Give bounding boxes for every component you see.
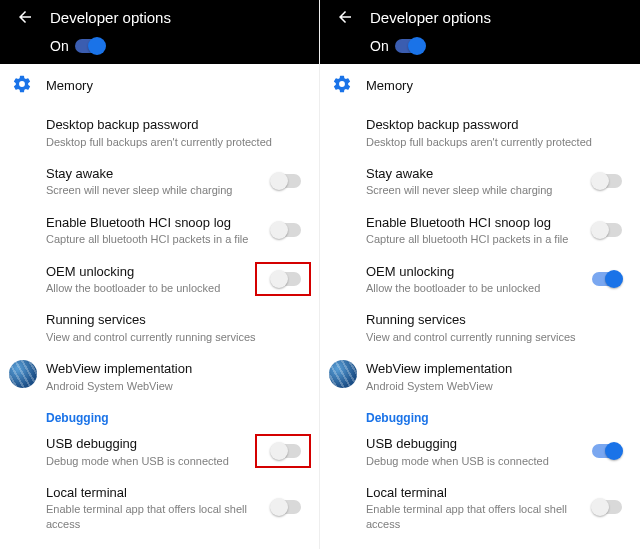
stay-awake-toggle[interactable] — [592, 174, 622, 188]
master-switch-toggle[interactable] — [395, 39, 425, 53]
bt-hci-snoop-row[interactable]: Enable Bluetooth HCI snoop logCapture al… — [320, 206, 640, 255]
running-services-row[interactable]: Running servicesView and control current… — [0, 303, 319, 352]
stay-awake-toggle[interactable] — [271, 174, 301, 188]
oem-unlocking-toggle[interactable] — [592, 272, 622, 286]
item-title: Running services — [366, 311, 626, 329]
item-title: Running services — [46, 311, 305, 329]
running-services-row[interactable]: Running servicesView and control current… — [320, 303, 640, 352]
debugging-section: Debugging — [0, 401, 319, 427]
item-title: Stay awake — [46, 165, 261, 183]
gear-icon — [10, 72, 34, 96]
back-button[interactable] — [12, 8, 38, 26]
item-title: OEM unlocking — [46, 263, 261, 281]
item-title: WebView implementation — [366, 360, 626, 378]
screenshot-after: Developer optionsOnMemoryDesktop backup … — [320, 0, 640, 549]
settings-list[interactable]: MemoryDesktop backup passwordDesktop ful… — [0, 64, 319, 549]
webview-impl-row[interactable]: WebView implementationAndroid System Web… — [320, 352, 640, 401]
local-terminal-toggle[interactable] — [271, 500, 301, 514]
local-terminal-toggle[interactable] — [592, 500, 622, 514]
desktop-backup-password-row[interactable]: Desktop backup passwordDesktop full back… — [320, 108, 640, 157]
app-header: Developer optionsOn — [0, 0, 319, 64]
master-switch-label: On — [50, 38, 69, 54]
item-subtitle: Debug mode when USB is connected — [366, 454, 582, 468]
local-terminal-row[interactable]: Local terminalEnable terminal app that o… — [320, 476, 640, 539]
item-title: WebView implementation — [46, 360, 305, 378]
usb-debugging-toggle[interactable] — [592, 444, 622, 458]
local-terminal-row[interactable]: Local terminalEnable terminal app that o… — [0, 476, 319, 539]
stay-awake-row[interactable]: Stay awakeScreen will never sleep while … — [320, 157, 640, 206]
oem-unlocking-toggle[interactable] — [271, 272, 301, 286]
item-subtitle: Desktop full backups aren't currently pr… — [46, 135, 305, 149]
oem-unlocking-row[interactable]: OEM unlockingAllow the bootloader to be … — [0, 255, 319, 304]
usb-debugging-row[interactable]: USB debuggingDebug mode when USB is conn… — [0, 427, 319, 476]
section-label: Debugging — [366, 411, 626, 425]
item-title: OEM unlocking — [366, 263, 582, 281]
item-subtitle: Capture all bluetooth HCI packets in a f… — [46, 232, 261, 246]
item-subtitle: Allow the bootloader to be unlocked — [366, 281, 582, 295]
webview-icon — [9, 360, 37, 388]
mock-location-row[interactable]: Select mock location appNo mock location… — [0, 539, 319, 549]
item-subtitle: Desktop full backups aren't currently pr… — [366, 135, 626, 149]
item-subtitle: Capture all bluetooth HCI packets in a f… — [366, 232, 582, 246]
item-title: Local terminal — [366, 484, 582, 502]
arrow-left-icon — [336, 8, 354, 26]
oem-unlocking-row[interactable]: OEM unlockingAllow the bootloader to be … — [320, 255, 640, 304]
item-title: Stay awake — [366, 165, 582, 183]
bt-hci-snoop-toggle[interactable] — [271, 223, 301, 237]
debugging-section: Debugging — [320, 401, 640, 427]
item-subtitle: Android System WebView — [46, 379, 305, 393]
master-switch-label: On — [370, 38, 389, 54]
item-subtitle: Enable terminal app that offers local sh… — [46, 502, 261, 531]
item-subtitle: Enable terminal app that offers local sh… — [366, 502, 582, 531]
item-subtitle: Screen will never sleep while charging — [366, 183, 582, 197]
page-title: Developer options — [50, 9, 171, 26]
screenshot-before: Developer optionsOnMemoryDesktop backup … — [0, 0, 320, 549]
settings-list[interactable]: MemoryDesktop backup passwordDesktop ful… — [320, 64, 640, 549]
mock-location-row[interactable]: Select mock location appNo mock location… — [320, 539, 640, 549]
item-title: Desktop backup password — [46, 116, 305, 134]
bt-hci-snoop-toggle[interactable] — [592, 223, 622, 237]
arrow-left-icon — [16, 8, 34, 26]
memory-row[interactable]: Memory — [320, 64, 640, 108]
item-title: USB debugging — [46, 435, 261, 453]
item-title: Enable Bluetooth HCI snoop log — [46, 214, 261, 232]
master-switch-toggle[interactable] — [75, 39, 105, 53]
stay-awake-row[interactable]: Stay awakeScreen will never sleep while … — [0, 157, 319, 206]
item-title: Desktop backup password — [366, 116, 626, 134]
item-subtitle: Screen will never sleep while charging — [46, 183, 261, 197]
page-title: Developer options — [370, 9, 491, 26]
item-title: Memory — [46, 77, 305, 95]
webview-impl-row[interactable]: WebView implementationAndroid System Web… — [0, 352, 319, 401]
bt-hci-snoop-row[interactable]: Enable Bluetooth HCI snoop logCapture al… — [0, 206, 319, 255]
usb-debugging-toggle[interactable] — [271, 444, 301, 458]
desktop-backup-password-row[interactable]: Desktop backup passwordDesktop full back… — [0, 108, 319, 157]
item-subtitle: Android System WebView — [366, 379, 626, 393]
webview-icon — [329, 360, 357, 388]
item-subtitle: View and control currently running servi… — [46, 330, 305, 344]
item-title: USB debugging — [366, 435, 582, 453]
item-subtitle: View and control currently running servi… — [366, 330, 626, 344]
item-subtitle: Allow the bootloader to be unlocked — [46, 281, 261, 295]
item-subtitle: Debug mode when USB is connected — [46, 454, 261, 468]
back-button[interactable] — [332, 8, 358, 26]
app-header: Developer optionsOn — [320, 0, 640, 64]
memory-row[interactable]: Memory — [0, 64, 319, 108]
gear-icon — [330, 72, 354, 96]
item-title: Local terminal — [46, 484, 261, 502]
usb-debugging-row[interactable]: USB debuggingDebug mode when USB is conn… — [320, 427, 640, 476]
item-title: Enable Bluetooth HCI snoop log — [366, 214, 582, 232]
item-title: Memory — [366, 77, 626, 95]
section-label: Debugging — [46, 411, 305, 425]
